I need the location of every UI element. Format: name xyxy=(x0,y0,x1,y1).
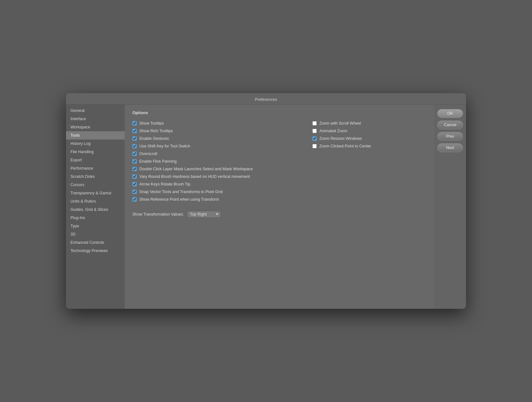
preferences-dialog: Preferences GeneralInterfaceWorkspaceToo… xyxy=(66,93,466,309)
checkbox-row-left-6: Double Click Layer Mask Launches Select … xyxy=(132,165,306,173)
checkbox-row-left-1: Show Rich Tooltips xyxy=(132,127,306,135)
ok-button[interactable]: OK xyxy=(437,109,463,118)
sidebar-item-type[interactable]: Type xyxy=(66,222,125,230)
sidebar-item-units--rulers[interactable]: Units & Rulers xyxy=(66,197,125,205)
checkbox-row-right-3: Zoom Clicked Point to Center xyxy=(312,142,427,150)
dialog-title: Preferences xyxy=(66,93,466,105)
checkbox-right-1[interactable] xyxy=(312,129,317,133)
options-area: Show TooltipsShow Rich TooltipsEnable Ge… xyxy=(132,120,427,303)
sidebar-item-export[interactable]: Export xyxy=(66,156,125,164)
checkbox-label-left-9: Snap Vector Tools and Transforms to Pixe… xyxy=(139,190,223,194)
checkboxes-area: Show TooltipsShow Rich TooltipsEnable Ge… xyxy=(132,120,306,303)
checkbox-row-left-5: Enable Flick Panning xyxy=(132,158,306,165)
main-content: Options Show TooltipsShow Rich TooltipsE… xyxy=(125,105,434,309)
checkbox-label-left-1: Show Rich Tooltips xyxy=(139,129,173,133)
buttons-panel: OK Cancel Prev Next xyxy=(434,105,466,309)
checkbox-right-2[interactable] xyxy=(312,136,317,141)
checkbox-left-6[interactable] xyxy=(132,167,137,171)
checkbox-label-left-5: Enable Flick Panning xyxy=(139,159,176,164)
sidebar: GeneralInterfaceWorkspaceToolsHistory Lo… xyxy=(66,105,125,309)
checkbox-label-right-2: Zoom Resizes Windows xyxy=(319,136,362,141)
sidebar-item-general[interactable]: General xyxy=(66,107,125,115)
checkbox-label-left-0: Show Tooltips xyxy=(139,121,164,126)
sidebar-item-technology-previews[interactable]: Technology Previews xyxy=(66,247,125,255)
checkbox-left-7[interactable] xyxy=(132,174,137,179)
checkbox-left-0[interactable] xyxy=(132,121,137,126)
checkbox-label-left-8: Arrow Keys Rotate Brush Tip xyxy=(139,182,190,186)
sidebar-item-scratch-disks[interactable]: Scratch Disks xyxy=(66,172,125,181)
checkbox-label-right-1: Animated Zoom xyxy=(319,129,347,133)
section-title: Options xyxy=(132,110,427,115)
left-column: Show TooltipsShow Rich TooltipsEnable Ge… xyxy=(132,120,306,203)
right-column-wrapper: Zoom with Scroll WheelAnimated ZoomZoom … xyxy=(306,120,427,303)
checkbox-row-left-4: Overscroll xyxy=(132,150,306,158)
checkbox-right-0[interactable] xyxy=(312,121,317,126)
sidebar-item-workspace[interactable]: Workspace xyxy=(66,123,125,131)
checkbox-label-left-10: Show Reference Point when using Transfor… xyxy=(139,197,219,202)
checkbox-row-left-3: Use Shift Key for Tool Switch xyxy=(132,142,306,150)
sidebar-item-interface[interactable]: Interface xyxy=(66,115,125,123)
checkbox-row-left-2: Enable Gestures xyxy=(132,135,306,142)
checkbox-label-left-7: Vary Round Brush Hardness based on HUD v… xyxy=(139,174,250,179)
checkbox-left-5[interactable] xyxy=(132,159,137,164)
checkbox-row-right-2: Zoom Resizes Windows xyxy=(312,135,427,142)
prev-button[interactable]: Prev xyxy=(437,132,463,141)
checkbox-left-8[interactable] xyxy=(132,182,137,186)
checkbox-label-left-6: Double Click Layer Mask Launches Select … xyxy=(139,167,253,171)
sidebar-item-cursors[interactable]: Cursors xyxy=(66,181,125,189)
checkbox-row-left-9: Snap Vector Tools and Transforms to Pixe… xyxy=(132,188,306,196)
sidebar-item-enhanced-controls[interactable]: Enhanced Controls xyxy=(66,238,125,247)
cancel-button[interactable]: Cancel xyxy=(437,120,463,129)
title-text: Preferences xyxy=(255,97,277,102)
checkbox-left-4[interactable] xyxy=(132,152,137,156)
checkbox-right-3[interactable] xyxy=(312,144,317,148)
checkbox-row-left-0: Show Tooltips xyxy=(132,120,306,127)
sidebar-item-guides-grid--slices[interactable]: Guides, Grid & Slices xyxy=(66,205,125,214)
checkbox-row-left-7: Vary Round Brush Hardness based on HUD v… xyxy=(132,173,306,180)
checkbox-left-3[interactable] xyxy=(132,144,137,148)
checkbox-left-10[interactable] xyxy=(132,197,137,202)
checkbox-label-left-3: Use Shift Key for Tool Switch xyxy=(139,144,190,148)
checkbox-label-right-3: Zoom Clicked Point to Center xyxy=(319,144,371,148)
right-column: Zoom with Scroll WheelAnimated ZoomZoom … xyxy=(306,120,427,150)
checkbox-label-right-0: Zoom with Scroll Wheel xyxy=(319,121,361,126)
checkbox-label-left-2: Enable Gestures xyxy=(139,136,169,141)
checkbox-row-right-1: Animated Zoom xyxy=(312,127,427,135)
dialog-body: GeneralInterfaceWorkspaceToolsHistory Lo… xyxy=(66,105,466,309)
checkbox-row-right-0: Zoom with Scroll Wheel xyxy=(312,120,427,127)
checkbox-left-9[interactable] xyxy=(132,190,137,194)
transform-row: Show Transformation Values: Top RightBot… xyxy=(132,208,306,218)
checkbox-left-2[interactable] xyxy=(132,136,137,141)
checkbox-row-left-8: Arrow Keys Rotate Brush Tip xyxy=(132,180,306,188)
sidebar-item-plug-ins[interactable]: Plug-Ins xyxy=(66,214,125,222)
checkbox-left-1[interactable] xyxy=(132,129,137,133)
sidebar-item-3d[interactable]: 3D xyxy=(66,230,125,238)
next-button[interactable]: Next xyxy=(437,143,463,152)
transform-label: Show Transformation Values: xyxy=(132,212,184,217)
checkbox-label-left-4: Overscroll xyxy=(139,152,157,156)
sidebar-item-history-log[interactable]: History Log xyxy=(66,139,125,148)
sidebar-item-tools[interactable]: Tools xyxy=(66,131,125,139)
sidebar-item-file-handling[interactable]: File Handling xyxy=(66,148,125,156)
sidebar-item-performance[interactable]: Performance xyxy=(66,164,125,172)
transform-select[interactable]: Top RightBottom RightBottom LeftTop Left xyxy=(187,211,221,218)
sidebar-item-transparency--gamut[interactable]: Transparency & Gamut xyxy=(66,189,125,197)
checkbox-row-left-10: Show Reference Point when using Transfor… xyxy=(132,196,306,203)
